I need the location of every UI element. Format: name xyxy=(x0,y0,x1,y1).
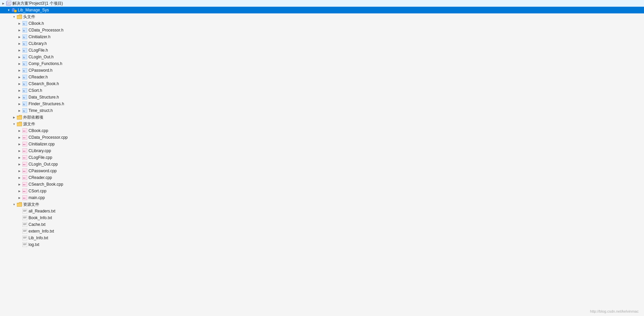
folder-external-deps[interactable]: 外部依赖项 xyxy=(0,114,644,121)
svg-text:++: ++ xyxy=(23,177,25,179)
svg-rect-6 xyxy=(12,8,14,9)
cinitializer-h-arrow[interactable] xyxy=(17,34,22,40)
file-cpassword-h[interactable]: h CPassword.h xyxy=(0,67,644,74)
comp-functions-h-label: Comp_Functions.h xyxy=(29,61,62,66)
file-extern-info-txt[interactable]: extern_Info.txt xyxy=(0,228,644,235)
csearch-book-h-icon: h xyxy=(22,81,28,86)
clogfile-h-arrow[interactable] xyxy=(17,48,22,53)
file-creader-cpp[interactable]: ++ CReader.cpp xyxy=(0,174,644,181)
file-cbook-cpp[interactable]: ++ CBook.cpp xyxy=(0,127,644,134)
creader-cpp-arrow[interactable] xyxy=(17,175,22,180)
file-cinitializer-cpp[interactable]: ++ CInitializer.cpp xyxy=(0,141,644,147)
cbook-h-arrow[interactable] xyxy=(17,21,22,26)
svg-text:++: ++ xyxy=(23,164,25,166)
clogin-out-cpp-arrow[interactable] xyxy=(17,162,22,167)
file-cpassword-cpp[interactable]: ++ CPassword.cpp xyxy=(0,168,644,174)
cdata-processor-cpp-arrow[interactable] xyxy=(17,135,22,140)
file-creader-h[interactable]: h CReader.h xyxy=(0,74,644,80)
folder-source-icon xyxy=(17,121,22,127)
finder-structures-h-arrow[interactable] xyxy=(17,101,22,107)
svg-text:h: h xyxy=(23,56,25,59)
file-cinitializer-h[interactable]: h CInitializer.h xyxy=(0,34,644,40)
creader-cpp-label: CReader.cpp xyxy=(29,175,52,180)
comp-functions-h-icon: h xyxy=(22,61,28,66)
svg-text:h: h xyxy=(23,69,25,72)
csearch-book-cpp-label: CSearch_Book.cpp xyxy=(29,182,63,187)
svg-text:++: ++ xyxy=(23,130,25,132)
cpassword-cpp-arrow[interactable] xyxy=(17,168,22,174)
file-clogfile-h[interactable]: h CLogFile.h xyxy=(0,47,644,54)
solution-expand-arrow[interactable] xyxy=(1,1,6,6)
file-clogin-out-cpp[interactable]: ++ CLogIn_Out.cpp xyxy=(0,161,644,168)
cdata-processor-h-arrow[interactable] xyxy=(17,27,22,33)
file-cdata-processor-h[interactable]: h CData_Processor.h xyxy=(0,27,644,34)
creader-cpp-icon: ++ xyxy=(22,175,28,180)
creader-h-arrow[interactable] xyxy=(17,74,22,80)
file-clibrary-cpp[interactable]: ++ CLibrary.cpp xyxy=(0,147,644,154)
file-clogin-out-h[interactable]: h CLogIn_Out.h xyxy=(0,54,644,60)
clogfile-cpp-arrow[interactable] xyxy=(17,155,22,160)
cpassword-h-arrow[interactable] xyxy=(17,68,22,73)
file-main-cpp[interactable]: ++ main.cpp xyxy=(0,194,644,201)
file-clibrary-h[interactable]: h CLibrary.h xyxy=(0,40,644,47)
folder-resource-files[interactable]: 资源文件 xyxy=(0,201,644,208)
cinitializer-h-icon: h xyxy=(22,34,28,40)
file-cbook-h[interactable]: h CBook.h xyxy=(0,20,644,27)
solution-explorer: 解决方案'Project3'(1 个项目) Lib_Manage_Sys 头文件 xyxy=(0,0,644,316)
cinitializer-cpp-arrow[interactable] xyxy=(17,141,22,147)
project-icon xyxy=(11,7,17,13)
folder-header-icon xyxy=(17,14,22,19)
clogfile-h-label: CLogFile.h xyxy=(29,48,48,53)
file-finder-structures-h[interactable]: h FInder_Structures.h xyxy=(0,101,644,107)
file-log-txt[interactable]: log.txt xyxy=(0,241,644,248)
file-lib-info-txt[interactable]: Lib_Info.txt xyxy=(0,235,644,241)
file-cdata-processor-cpp[interactable]: ++ CData_Processor.cpp xyxy=(0,134,644,141)
clibrary-cpp-arrow[interactable] xyxy=(17,148,22,153)
time-struct-h-arrow[interactable] xyxy=(17,108,22,113)
folder-source-expand[interactable] xyxy=(11,121,17,127)
svg-text:++: ++ xyxy=(23,184,25,186)
cbook-cpp-arrow[interactable] xyxy=(17,128,22,133)
folder-resource-expand[interactable] xyxy=(11,202,17,207)
svg-text:h: h xyxy=(23,83,25,86)
folder-external-expand[interactable] xyxy=(11,115,17,120)
main-cpp-arrow[interactable] xyxy=(17,195,22,200)
folder-header-expand[interactable] xyxy=(11,14,17,19)
solution-title-label: 解决方案'Project3'(1 个项目) xyxy=(12,1,63,6)
file-csort-h[interactable]: h CSort.h xyxy=(0,87,644,94)
solution-title-row[interactable]: 解决方案'Project3'(1 个项目) xyxy=(0,0,644,7)
log-txt-icon xyxy=(22,242,28,247)
svg-point-8 xyxy=(15,11,16,12)
file-book-info-txt[interactable]: Book_Info.txt xyxy=(0,214,644,221)
log-txt-arrow-empty xyxy=(17,242,22,247)
clibrary-h-arrow[interactable] xyxy=(17,41,22,46)
file-csearch-book-cpp[interactable]: ++ CSearch_Book.cpp xyxy=(0,181,644,188)
file-csearch-book-h[interactable]: h CSearch_Book.h xyxy=(0,80,644,87)
csort-h-arrow[interactable] xyxy=(17,88,22,93)
book-info-txt-icon xyxy=(22,215,28,220)
clogin-out-h-arrow[interactable] xyxy=(17,54,22,60)
extern-info-txt-icon xyxy=(22,229,28,234)
csort-cpp-arrow[interactable] xyxy=(17,188,22,194)
csearch-book-h-arrow[interactable] xyxy=(17,81,22,86)
data-structure-h-arrow[interactable] xyxy=(17,94,22,100)
file-clogfile-cpp[interactable]: ++ CLogFile.cpp xyxy=(0,154,644,161)
file-comp-functions-h[interactable]: h Comp_Functions.h xyxy=(0,60,644,67)
project-row[interactable]: Lib_Manage_Sys xyxy=(0,7,644,13)
cdata-processor-h-icon: h xyxy=(22,27,28,33)
main-cpp-label: main.cpp xyxy=(29,195,45,200)
project-expand-arrow[interactable] xyxy=(6,7,11,13)
file-all-readers-txt[interactable]: all_Readers.txt xyxy=(0,208,644,214)
all-readers-txt-icon xyxy=(22,208,28,214)
file-data-structure-h[interactable]: h Data_Structure.h xyxy=(0,94,644,101)
file-csort-cpp[interactable]: ++ CSort.cpp xyxy=(0,188,644,194)
csearch-book-cpp-icon: ++ xyxy=(22,182,28,187)
csearch-book-cpp-arrow[interactable] xyxy=(17,182,22,187)
all-readers-txt-label: all_Readers.txt xyxy=(29,209,55,213)
svg-rect-71 xyxy=(22,229,27,234)
folder-header-files[interactable]: 头文件 xyxy=(0,13,644,20)
comp-functions-h-arrow[interactable] xyxy=(17,61,22,66)
folder-source-files[interactable]: 源文件 xyxy=(0,121,644,127)
file-time-struct-h[interactable]: h Time_struct.h xyxy=(0,107,644,114)
file-cache-txt[interactable]: Cache.txt xyxy=(0,221,644,228)
